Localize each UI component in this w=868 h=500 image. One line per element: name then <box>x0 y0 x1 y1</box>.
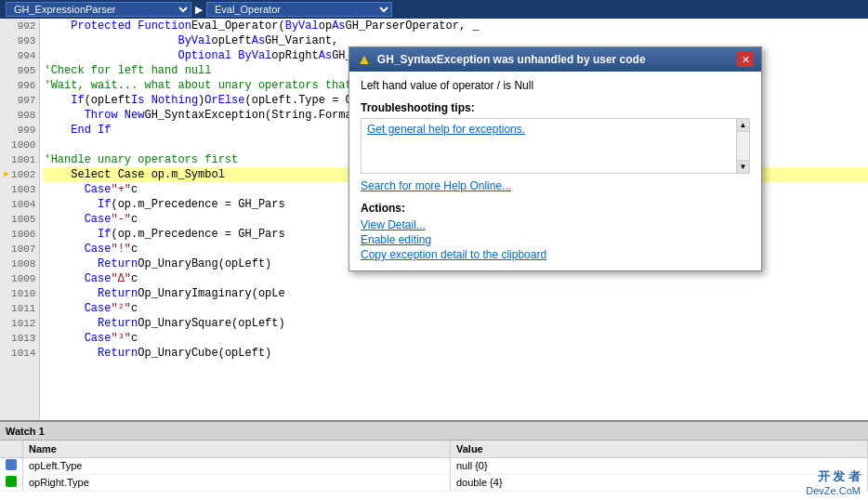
code-segment: c <box>131 271 138 286</box>
watch-icon-col <box>0 441 23 457</box>
line-number: 1006 <box>4 227 35 242</box>
actions-title: Actions: <box>361 202 750 215</box>
search-help-link[interactable]: Search for more Help Online... <box>361 179 750 192</box>
line-number: 994 <box>4 48 35 63</box>
code-segment: Op_UnaryBang(opLeft) <box>138 257 271 271</box>
code-segment: op <box>319 19 332 33</box>
code-line: Return Op_UnarySquare(opLeft) <box>44 316 868 331</box>
code-segment: End If <box>71 123 111 138</box>
code-segment: Return <box>98 286 138 301</box>
watch-name-header: Name <box>23 441 451 457</box>
code-segment <box>44 212 84 227</box>
arrow-indicator: ▶ <box>4 167 9 182</box>
copy-exception-link[interactable]: Copy exception detail to the clipboard <box>361 248 750 261</box>
watch-panel-label: Watch 1 <box>6 426 45 437</box>
watch-panel-title: Watch 1 <box>0 422 868 441</box>
code-segment: If <box>71 93 84 108</box>
code-segment: opRight <box>271 48 318 63</box>
line-number: 1014 <box>4 346 35 361</box>
code-segment: Return <box>98 257 138 271</box>
code-segment: As <box>319 48 332 63</box>
line-number: 1009 <box>4 271 35 286</box>
view-detail-link[interactable]: View Detail... <box>361 218 750 231</box>
code-line: Case "³"c <box>44 331 868 346</box>
dialog-close-button[interactable]: ✕ <box>737 52 754 67</box>
tips-scroll-down[interactable]: ▼ <box>737 160 749 173</box>
general-help-link[interactable]: Get general help for exceptions. <box>367 123 525 136</box>
line-number: 1011 <box>4 301 35 316</box>
code-segment <box>44 331 84 346</box>
code-segment <box>44 242 84 257</box>
code-segment: "³" <box>111 331 131 346</box>
tips-scrollbar: ▲ ▼ <box>736 119 749 173</box>
title-bar-left: GH_ExpressionParser ▶ Eval_Operator <box>6 2 862 17</box>
code-segment: "!" <box>111 242 131 257</box>
editor-area: 99299399499599699799899910001001▶1002100… <box>0 19 868 420</box>
line-number: 1005 <box>4 212 35 227</box>
line-number: 992 <box>4 19 35 33</box>
code-segment: Op_UnarySquare(opLeft) <box>138 316 284 331</box>
tips-scroll-up[interactable]: ▲ <box>737 119 749 132</box>
code-segment: Case <box>85 182 112 197</box>
code-segment <box>44 93 71 108</box>
code-segment: Select Case op.m_Symbol <box>71 167 225 182</box>
code-segment: c <box>131 212 138 227</box>
code-segment: If <box>98 227 111 242</box>
method-dropdown[interactable]: Eval_Operator <box>206 2 392 17</box>
code-segment: GH_SyntaxException(String.Format( <box>144 108 365 123</box>
code-segment <box>44 108 84 123</box>
troubleshooting-title: Troubleshooting tips: <box>361 101 750 114</box>
exception-dialog[interactable]: ▲ GH_SyntaxException was unhandled by us… <box>349 46 762 271</box>
code-segment: (op.m_Precedence = GH_Pars <box>111 227 284 242</box>
line-number: ▶1002 <box>4 167 35 182</box>
code-segment: "+" <box>111 182 131 197</box>
dialog-content: Left hand value of operator / is Null Tr… <box>349 72 761 270</box>
dialog-title-bar: ▲ GH_SyntaxException was unhandled by us… <box>349 47 761 72</box>
line-number: 998 <box>4 108 35 123</box>
class-dropdown[interactable]: GH_ExpressionParser <box>6 2 191 17</box>
code-line: Case "Δ"c <box>44 271 868 286</box>
line-number: 1010 <box>4 286 35 301</box>
code-segment: Case <box>85 301 112 316</box>
code-segment: ) <box>198 93 204 108</box>
code-segment: (op.m_Precedence = GH_Pars <box>111 197 284 212</box>
code-segment <box>44 48 178 63</box>
code-segment: Case <box>85 331 112 346</box>
code-segment: Return <box>98 346 138 361</box>
line-number: 1013 <box>4 331 35 346</box>
code-segment <box>44 316 98 331</box>
watch-value-cell: null {0} <box>451 457 868 474</box>
code-segment: GH_ParserOperator, _ <box>346 19 480 33</box>
code-segment: Eval_Operator( <box>191 19 285 33</box>
code-segment: c <box>131 242 138 257</box>
code-segment: c <box>131 182 138 197</box>
code-segment: ByVal <box>285 19 319 33</box>
enable-editing-link[interactable]: Enable editing <box>361 233 750 246</box>
code-segment: If <box>98 197 111 212</box>
code-line: Return Op_UnaryCube(opLeft) <box>44 346 868 361</box>
code-segment: Optional ByVal <box>178 48 271 63</box>
code-segment <box>44 346 98 361</box>
watch-name-cell: opLeft.Type <box>23 457 451 474</box>
devze-watermark: 开 发 者 DevZe.CoM <box>806 468 861 496</box>
code-segment <box>44 19 71 33</box>
watch-row: opRight.Typedouble {4} <box>0 474 868 491</box>
code-segment: Case <box>85 271 112 286</box>
title-bar: GH_ExpressionParser ▶ Eval_Operator <box>0 0 868 19</box>
line-number: 995 <box>4 63 35 78</box>
watch-value-cell: double {4} <box>451 474 868 491</box>
line-number: 996 <box>4 78 35 93</box>
devze-bottom-text: DevZe.CoM <box>806 485 861 496</box>
code-segment <box>44 271 84 286</box>
line-number: 1001 <box>4 152 35 167</box>
code-segment: "Δ" <box>111 271 131 286</box>
watch-header-row: Name Value <box>0 441 868 457</box>
devze-top-text: 开 发 者 <box>806 468 861 485</box>
code-segment <box>44 301 84 316</box>
code-segment: ByVal <box>178 33 211 48</box>
code-segment: GH_Variant, <box>265 33 338 48</box>
code-segment <box>44 286 98 301</box>
code-segment: As <box>252 33 265 48</box>
code-segment <box>44 182 84 197</box>
line-number: 1008 <box>4 257 35 271</box>
